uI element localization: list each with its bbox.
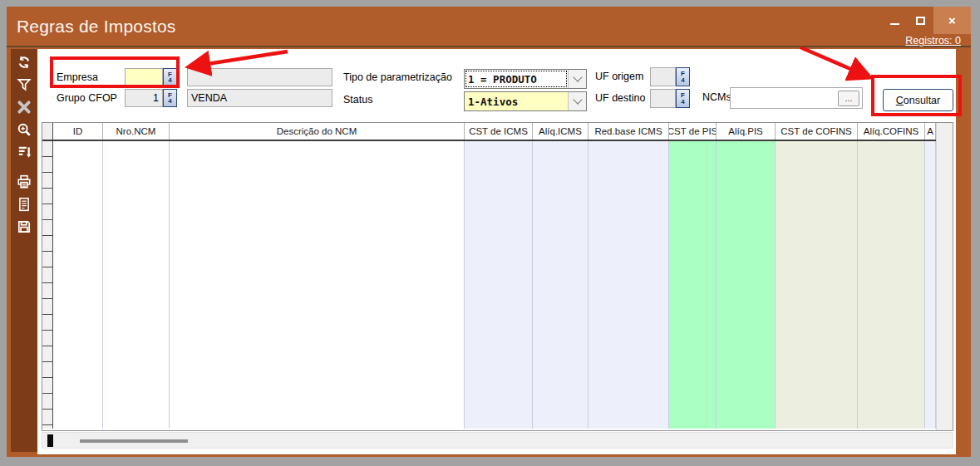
grid-column-body — [776, 141, 858, 429]
grupo-cfop-description-field: VENDA — [187, 89, 332, 107]
grid-column-header[interactable]: Nro.NCM — [103, 123, 170, 140]
ncms-label: NCMs — [702, 91, 731, 103]
tipo-parametrizacao-value: 1 = PRODUTO — [465, 70, 568, 88]
dropdown-button[interactable] — [568, 92, 586, 110]
grupo-cfop-label: Grupo CFOP — [57, 92, 117, 104]
grid-column-header[interactable]: Alíq.COFINS — [858, 123, 925, 140]
grupo-cfop-f4-button[interactable]: F 4 — [163, 89, 177, 107]
print-icon[interactable] — [15, 173, 33, 191]
grid-column-body — [465, 141, 533, 429]
empresa-f4-button[interactable]: F 4 — [163, 68, 177, 86]
uf-origem-input[interactable] — [650, 67, 676, 86]
close-button[interactable]: × — [933, 7, 971, 34]
grid-column-header[interactable]: CST de ICMS — [465, 123, 533, 140]
filter-icon[interactable] — [15, 76, 33, 94]
f4-label-bottom: 4 — [168, 98, 171, 105]
uf-origem-f4-button[interactable]: F 4 — [676, 67, 690, 86]
grupo-cfop-input[interactable]: 1 — [125, 89, 163, 107]
grid-column-body — [170, 141, 465, 429]
consultar-button[interactable]: Consultar — [883, 89, 953, 111]
grid-column-header[interactable]: A — [925, 123, 936, 140]
toolbar-sidebar — [11, 49, 37, 452]
empresa-description-field — [187, 68, 332, 86]
dropdown-button[interactable] — [568, 70, 586, 88]
f4-label-bottom: 4 — [681, 99, 684, 105]
minimize-icon — [890, 23, 899, 25]
grid-column-header[interactable]: CST de COFINS — [776, 123, 858, 140]
grid-column-header[interactable]: Descrição do NCM — [170, 123, 465, 140]
f4-label-bottom: 4 — [168, 77, 171, 84]
grid-column-header[interactable]: Alíq.PIS — [717, 123, 776, 140]
status-value: 1-Ativos — [465, 92, 568, 110]
save-icon[interactable] — [15, 218, 33, 236]
grid-column-body — [925, 141, 936, 429]
report-icon[interactable] — [15, 195, 33, 213]
ncms-input[interactable]: ... — [730, 87, 863, 109]
window-controls: × — [882, 7, 971, 34]
consultar-accel: C — [896, 95, 904, 106]
tax-rules-window: Regras de Impostos × Registros: 0 — [7, 7, 971, 457]
registros-link[interactable]: Registros: 0 — [905, 35, 961, 47]
titlebar: Regras de Impostos × Registros: 0 — [7, 7, 971, 47]
maximize-icon — [916, 17, 925, 25]
maximize-button[interactable] — [908, 7, 933, 34]
grid-column-body — [717, 141, 776, 429]
tipo-parametrizacao-select[interactable]: 1 = PRODUTO — [464, 69, 587, 89]
grid-column-body — [588, 141, 669, 429]
grid-column-body — [103, 141, 170, 429]
uf-destino-label: UF destino — [595, 92, 645, 104]
minimize-button[interactable] — [882, 7, 908, 34]
grid-column-body — [858, 141, 925, 429]
ncms-browse-button[interactable]: ... — [838, 91, 859, 106]
app-frame: Regras de Impostos × Registros: 0 — [0, 0, 980, 466]
close-icon: × — [948, 13, 956, 27]
grid-column-header[interactable]: CST de PIS — [669, 123, 717, 140]
empresa-label: Empresa — [57, 71, 98, 83]
sort-icon[interactable] — [15, 143, 33, 161]
status-select[interactable]: 1-Ativos — [464, 91, 587, 111]
uf-origem-label: UF origem — [595, 71, 643, 82]
row-selector-header — [42, 123, 53, 140]
grid-column-body — [669, 141, 717, 429]
clear-filter-icon[interactable] — [15, 98, 33, 116]
chevron-down-icon — [573, 72, 582, 81]
refresh-icon[interactable] — [15, 53, 33, 71]
vertical-scrollbar[interactable] — [936, 123, 953, 430]
horizontal-scrollbar-thumb[interactable] — [80, 439, 188, 443]
consultar-rest: onsultar — [904, 95, 940, 106]
tax-rules-grid: IDNro.NCMDescrição do NCMCST de ICMSAlíq… — [42, 122, 953, 431]
grid-column-header[interactable]: ID — [53, 123, 103, 140]
uf-destino-f4-button[interactable]: F 4 — [676, 89, 690, 108]
grid-column-header[interactable]: Alíq.ICMS — [533, 123, 588, 140]
row-selector-column — [42, 141, 53, 429]
status-label: Status — [343, 94, 372, 105]
main-panel: Empresa F 4 Grupo CFOP 1 F 4 VENDA Tipo … — [37, 49, 956, 454]
scrollbar-split-handle[interactable] — [47, 434, 53, 447]
grid-body — [42, 141, 953, 429]
grid-column-header[interactable]: Red.base ICMS — [588, 123, 669, 140]
empresa-input[interactable] — [125, 68, 163, 86]
zoom-icon[interactable] — [15, 120, 33, 139]
grid-header-row: IDNro.NCMDescrição do NCMCST de ICMSAlíq… — [42, 123, 953, 141]
tipo-parametrizacao-label: Tipo de parametrização — [343, 71, 452, 83]
chevron-down-icon — [573, 95, 582, 104]
horizontal-scrollbar[interactable] — [42, 432, 953, 449]
grid-column-body — [533, 141, 588, 429]
window-title: Regras de Impostos — [17, 17, 176, 37]
grid-column-body — [53, 141, 103, 429]
f4-label-bottom: 4 — [681, 77, 684, 84]
uf-destino-input[interactable] — [650, 89, 676, 108]
